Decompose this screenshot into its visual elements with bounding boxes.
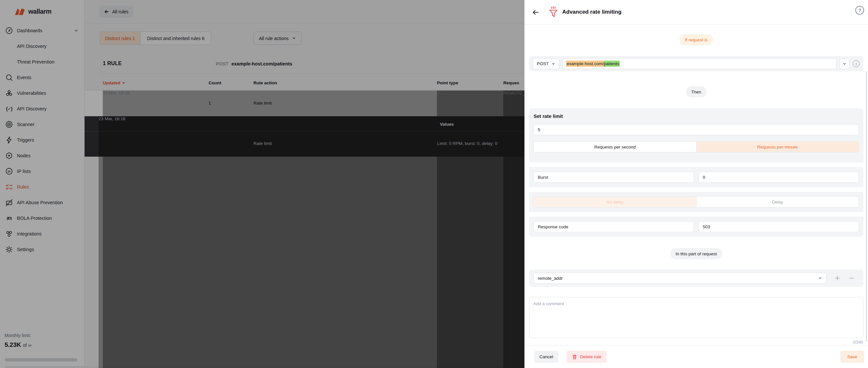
info-icon[interactable]: i xyxy=(853,60,860,67)
chevron-down-icon xyxy=(843,62,846,66)
remove-part-button[interactable] xyxy=(844,273,859,284)
panel-footer: Cancel Delete rule Save xyxy=(524,345,868,368)
condition-dropdown-button[interactable] xyxy=(840,58,849,69)
set-rate-limit-heading: Set rate limit xyxy=(533,113,859,119)
burst-label-field: Burst xyxy=(533,172,694,183)
trash-icon xyxy=(572,354,577,360)
delay-row: No delay Delay xyxy=(529,192,863,212)
panel-title: Advanced rate limiting xyxy=(562,9,621,15)
rate-unit-toggle: Requests per second Requests per minute xyxy=(533,141,859,152)
help-icon[interactable]: ? xyxy=(855,6,864,15)
request-part-section: remote_addr xyxy=(529,269,863,287)
then-chip: Then xyxy=(686,86,707,97)
save-button[interactable]: Save xyxy=(840,351,864,363)
uri-host-token: example-host.com/ xyxy=(566,61,604,67)
delete-rule-button[interactable]: Delete rule xyxy=(567,351,607,363)
comment-textarea[interactable] xyxy=(529,297,863,338)
method-select[interactable]: POST xyxy=(533,58,559,69)
part-chip-row: In this part of request xyxy=(524,248,868,259)
if-request-is-chip: If request is xyxy=(679,34,713,45)
minus-icon xyxy=(848,275,855,281)
response-code-row: Response code xyxy=(529,217,863,237)
uri-path-token: patients xyxy=(604,61,620,67)
then-chip-row: Then xyxy=(524,86,868,97)
app-screen: wallarm Dashboards API Discovery Threat … xyxy=(0,0,868,368)
burst-value-input[interactable] xyxy=(699,172,859,183)
requests-per-second-option[interactable]: Requests per second xyxy=(534,142,696,152)
if-request-chip-row: If request is xyxy=(524,34,868,45)
in-this-part-chip: In this part of request xyxy=(670,248,722,259)
cancel-button[interactable]: Cancel xyxy=(534,351,558,363)
plus-icon xyxy=(834,275,841,281)
requests-per-minute-option[interactable]: Requests per minute xyxy=(696,142,859,152)
panel-header: Advanced rate limiting ? xyxy=(524,0,868,25)
comment-char-counter: 0/240 xyxy=(853,340,863,344)
response-code-input[interactable] xyxy=(699,221,859,232)
condition-row: POST example-host.com/patients i xyxy=(529,56,863,71)
rate-limiting-icon xyxy=(549,6,558,19)
panel-scrollbar[interactable] xyxy=(866,71,867,342)
no-delay-option[interactable]: No delay xyxy=(534,197,696,207)
delay-option[interactable]: Delay xyxy=(696,197,859,207)
selected-rule-expanded-row[interactable]: Values 23 Mar, 16:18 Rate limit Limit: 5… xyxy=(85,116,524,157)
advanced-rate-limiting-panel: Advanced rate limiting ? If request is P… xyxy=(524,0,868,368)
chevron-down-icon xyxy=(552,62,555,66)
request-part-select[interactable]: remote_addr xyxy=(533,273,826,284)
uri-input[interactable]: example-host.com/patients xyxy=(562,58,836,69)
add-part-button[interactable] xyxy=(830,273,844,284)
rate-limit-section: Set rate limit Requests per second Reque… xyxy=(529,108,863,163)
response-code-label-field: Response code xyxy=(533,221,694,232)
rate-limit-value-input[interactable] xyxy=(533,124,859,135)
back-arrow-button[interactable] xyxy=(532,8,539,16)
burst-row: Burst xyxy=(529,167,863,187)
chevron-down-icon xyxy=(818,276,822,280)
delay-toggle: No delay Delay xyxy=(533,196,859,207)
